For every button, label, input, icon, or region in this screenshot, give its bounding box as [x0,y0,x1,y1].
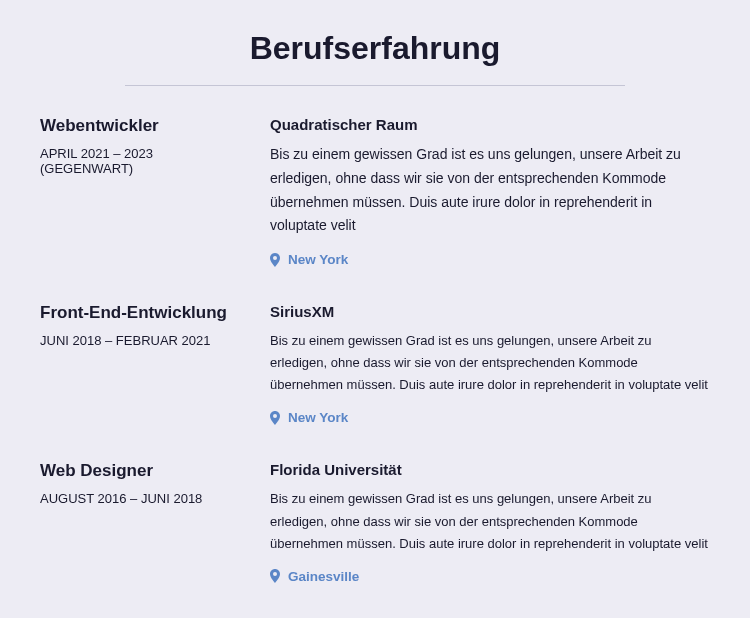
section-divider [125,85,625,86]
job-location: New York [270,252,710,267]
job-description: Bis zu einem gewissen Grad ist es uns ge… [270,488,710,554]
job-description: Bis zu einem gewissen Grad ist es uns ge… [270,330,710,396]
company-name: Quadratischer Raum [270,116,710,133]
location-pin-icon [270,569,280,583]
job-dates: AUGUST 2016 – JUNI 2018 [40,491,240,506]
company-name: Florida Universität [270,461,710,478]
experience-entry: Web Designer AUGUST 2016 – JUNI 2018 Flo… [40,461,710,583]
job-role: Front-End-Entwicklung [40,303,240,323]
job-role: Web Designer [40,461,240,481]
location-pin-icon [270,411,280,425]
experience-entry: Front-End-Entwicklung JUNI 2018 – FEBRUA… [40,303,710,425]
job-description: Bis zu einem gewissen Grad ist es uns ge… [270,143,710,238]
location-pin-icon [270,253,280,267]
location-text: New York [288,410,348,425]
job-dates: JUNI 2018 – FEBRUAR 2021 [40,333,240,348]
page-title: Berufserfahrung [40,30,710,67]
location-text: Gainesville [288,569,359,584]
location-text: New York [288,252,348,267]
job-location: New York [270,410,710,425]
job-role: Webentwickler [40,116,240,136]
job-dates: APRIL 2021 – 2023 (GEGENWART) [40,146,240,176]
job-location: Gainesville [270,569,710,584]
experience-entry: Webentwickler APRIL 2021 – 2023 (GEGENWA… [40,116,710,267]
company-name: SiriusXM [270,303,710,320]
